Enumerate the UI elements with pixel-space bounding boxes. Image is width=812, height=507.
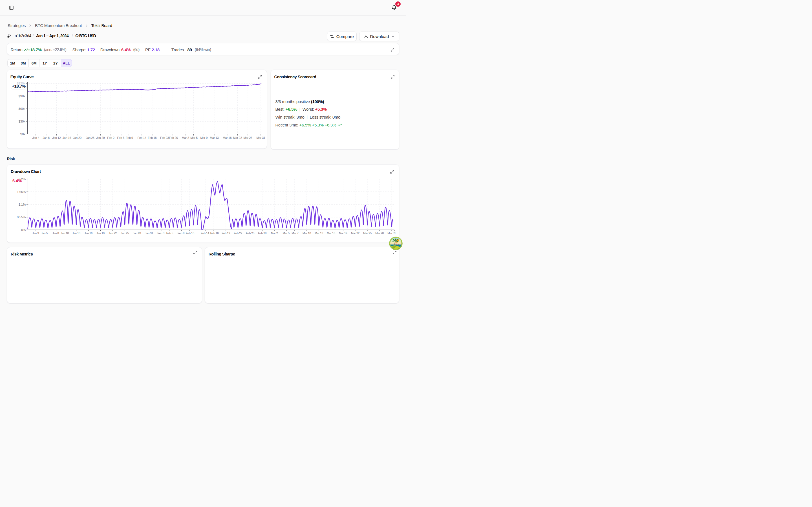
svg-text:Feb 28: Feb 28 (258, 232, 266, 235)
svg-text:Feb 14: Feb 14 (201, 232, 209, 235)
svg-text:Mar 28: Mar 28 (375, 232, 384, 235)
svg-text:Feb 10: Feb 10 (186, 232, 194, 235)
svg-text:Mar 19: Mar 19 (339, 232, 347, 235)
svg-text:Mar 22: Mar 22 (233, 136, 242, 139)
svg-text:$0k: $0k (20, 132, 26, 136)
svg-text:Mar 18: Mar 18 (223, 136, 232, 139)
svg-text:Mar 5: Mar 5 (283, 232, 290, 235)
svg-text:Jan 4: Jan 4 (33, 136, 40, 139)
svg-text:Jan 25: Jan 25 (121, 232, 129, 235)
svg-text:$120k: $120k (17, 82, 26, 85)
svg-text:Mar 26: Mar 26 (244, 136, 253, 139)
svg-text:Jan 16: Jan 16 (63, 136, 71, 139)
svg-text:1.1%: 1.1% (18, 203, 26, 206)
svg-text:Feb 8: Feb 8 (177, 232, 185, 235)
svg-text:Jan 22: Jan 22 (109, 232, 117, 235)
svg-text:Mar 9: Mar 9 (200, 136, 207, 139)
svg-text:Jan 19: Jan 19 (96, 232, 105, 235)
svg-text:Feb 3: Feb 3 (158, 232, 165, 235)
svg-text:Feb 9: Feb 9 (126, 136, 133, 139)
svg-text:Mar 25: Mar 25 (363, 232, 371, 235)
svg-text:Feb 6: Feb 6 (117, 136, 124, 139)
svg-text:Feb 16: Feb 16 (210, 232, 219, 235)
svg-text:Jan 8: Jan 8 (52, 232, 59, 235)
svg-text:Feb 22: Feb 22 (234, 232, 242, 235)
svg-text:Mar 13: Mar 13 (315, 232, 323, 235)
svg-text:Mar 13: Mar 13 (210, 136, 219, 139)
svg-text:0.55%: 0.55% (17, 215, 26, 219)
svg-text:Jan 20: Jan 20 (73, 136, 82, 139)
svg-text:Mar 10: Mar 10 (303, 232, 311, 235)
svg-text:Jan 3: Jan 3 (32, 232, 39, 235)
svg-text:Jan 13: Jan 13 (72, 232, 80, 235)
svg-text:Mar 22: Mar 22 (351, 232, 359, 235)
svg-text:Feb 26: Feb 26 (169, 136, 178, 139)
svg-text:Jan 31: Jan 31 (145, 232, 153, 235)
svg-text:$60k: $60k (18, 107, 26, 110)
svg-text:0%: 0% (21, 228, 26, 231)
svg-text:Mar 31: Mar 31 (388, 232, 396, 235)
svg-text:Mar 5: Mar 5 (190, 136, 198, 139)
svg-text:Mar 7: Mar 7 (292, 232, 299, 235)
svg-text:Mar 2: Mar 2 (182, 136, 189, 139)
svg-text:Jan 16: Jan 16 (84, 232, 93, 235)
svg-text:$30k: $30k (18, 120, 26, 123)
svg-text:Feb 19: Feb 19 (221, 232, 230, 235)
svg-text:Feb 18: Feb 18 (148, 136, 157, 139)
svg-text:Feb 14: Feb 14 (137, 136, 146, 139)
svg-text:1.65%: 1.65% (17, 190, 26, 193)
svg-text:Mar 16: Mar 16 (327, 232, 335, 235)
svg-text:Jan 8: Jan 8 (43, 136, 50, 139)
svg-text:Feb 2: Feb 2 (107, 136, 114, 139)
svg-text:Mar 2: Mar 2 (271, 232, 278, 235)
svg-text:Jan 29: Jan 29 (96, 136, 105, 139)
svg-text:Feb 23: Feb 23 (160, 136, 169, 139)
svg-text:Feb 5: Feb 5 (166, 232, 173, 235)
svg-text:Jan 10: Jan 10 (61, 232, 69, 235)
svg-text:Jan 28: Jan 28 (133, 232, 141, 235)
svg-text:$90k: $90k (18, 94, 26, 98)
svg-text:Feb 25: Feb 25 (246, 232, 254, 235)
svg-text:Jan 5: Jan 5 (41, 232, 48, 235)
svg-text:Mar 31: Mar 31 (256, 136, 265, 139)
svg-text:Jan 25: Jan 25 (86, 136, 94, 139)
svg-text:Jan 12: Jan 12 (52, 136, 61, 139)
